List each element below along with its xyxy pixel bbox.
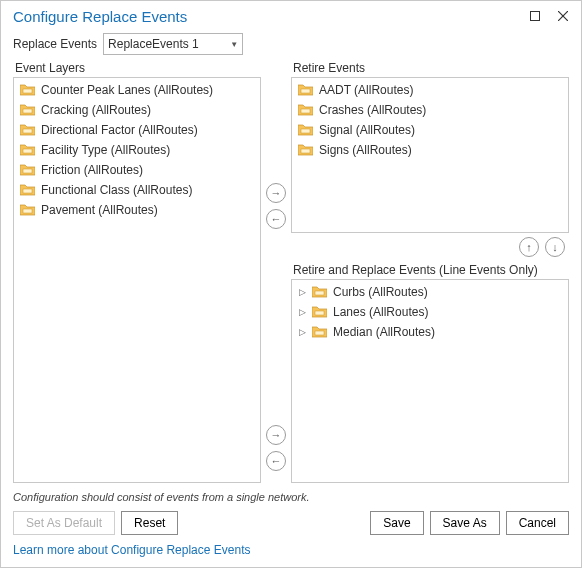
dialog-window: Configure Replace Events Replace Events …: [0, 0, 582, 568]
list-item[interactable]: Facility Type (AllRoutes): [14, 140, 260, 160]
event-layers-list[interactable]: Counter Peak Lanes (AllRoutes)Cracking (…: [13, 77, 261, 483]
move-right-retire-button[interactable]: →: [266, 183, 286, 203]
replace-events-selector-row: Replace Events ReplaceEvents 1 ▼: [1, 31, 581, 61]
list-item[interactable]: AADT (AllRoutes): [292, 80, 568, 100]
replace-events-dropdown[interactable]: ReplaceEvents 1 ▼: [103, 33, 243, 55]
arrow-down-icon: ↓: [552, 241, 558, 253]
svg-rect-10: [301, 89, 310, 93]
save-button[interactable]: Save: [370, 511, 423, 535]
svg-rect-9: [23, 209, 32, 213]
svg-rect-12: [301, 129, 310, 133]
cancel-button[interactable]: Cancel: [506, 511, 569, 535]
reset-button[interactable]: Reset: [121, 511, 178, 535]
list-item-label: Facility Type (AllRoutes): [41, 143, 170, 157]
list-item[interactable]: Counter Peak Lanes (AllRoutes): [14, 80, 260, 100]
list-item-label: Functional Class (AllRoutes): [41, 183, 192, 197]
layer-icon: [20, 124, 35, 136]
layer-icon: [312, 306, 327, 318]
layer-icon: [298, 104, 313, 116]
list-item[interactable]: ▷Median (AllRoutes): [292, 322, 568, 342]
layer-icon: [20, 104, 35, 116]
list-item-label: Crashes (AllRoutes): [319, 103, 426, 117]
list-item[interactable]: ▷Lanes (AllRoutes): [292, 302, 568, 322]
layer-icon: [20, 184, 35, 196]
list-item-label: Counter Peak Lanes (AllRoutes): [41, 83, 213, 97]
list-item[interactable]: Directional Factor (AllRoutes): [14, 120, 260, 140]
right-column: Retire Events AADT (AllRoutes)Crashes (A…: [291, 61, 569, 483]
expand-icon[interactable]: ▷: [298, 307, 306, 317]
layer-icon: [20, 144, 35, 156]
list-item[interactable]: Signal (AllRoutes): [292, 120, 568, 140]
layer-icon: [298, 84, 313, 96]
list-item-label: Cracking (AllRoutes): [41, 103, 151, 117]
arrow-left-icon: ←: [271, 455, 282, 467]
svg-rect-7: [23, 169, 32, 173]
maximize-icon: [530, 11, 540, 21]
list-item[interactable]: Cracking (AllRoutes): [14, 100, 260, 120]
layer-icon: [312, 286, 327, 298]
list-item[interactable]: ▷Curbs (AllRoutes): [292, 282, 568, 302]
list-item[interactable]: Functional Class (AllRoutes): [14, 180, 260, 200]
arrow-right-icon: →: [271, 429, 282, 441]
save-as-button[interactable]: Save As: [430, 511, 500, 535]
replace-events-label: Replace Events: [13, 37, 97, 51]
svg-rect-14: [315, 291, 324, 295]
move-up-button[interactable]: ↑: [519, 237, 539, 257]
move-down-button[interactable]: ↓: [545, 237, 565, 257]
list-item[interactable]: Pavement (AllRoutes): [14, 200, 260, 220]
chevron-down-icon: ▼: [230, 40, 238, 49]
set-default-button: Set As Default: [13, 511, 115, 535]
list-item[interactable]: Signs (AllRoutes): [292, 140, 568, 160]
expand-icon[interactable]: ▷: [298, 287, 306, 297]
arrow-up-icon: ↑: [526, 241, 532, 253]
svg-rect-6: [23, 149, 32, 153]
transfer-buttons-column: → ← → ←: [263, 61, 289, 483]
close-icon: [558, 11, 568, 21]
svg-rect-5: [23, 129, 32, 133]
move-right-replace-button[interactable]: →: [266, 425, 286, 445]
svg-rect-4: [23, 109, 32, 113]
list-item[interactable]: Friction (AllRoutes): [14, 160, 260, 180]
retire-events-list[interactable]: AADT (AllRoutes)Crashes (AllRoutes)Signa…: [291, 77, 569, 233]
list-item-label: Friction (AllRoutes): [41, 163, 143, 177]
dialog-buttons: Set As Default Reset Save Save As Cancel: [1, 511, 581, 543]
event-layers-column: Event Layers Counter Peak Lanes (AllRout…: [13, 61, 261, 483]
window-title: Configure Replace Events: [13, 8, 521, 25]
move-left-replace-button[interactable]: ←: [266, 451, 286, 471]
reorder-buttons-row: ↑ ↓: [291, 233, 569, 263]
arrow-right-icon: →: [271, 187, 282, 199]
svg-rect-3: [23, 89, 32, 93]
title-bar: Configure Replace Events: [1, 1, 581, 31]
list-item-label: Directional Factor (AllRoutes): [41, 123, 198, 137]
arrow-left-icon: ←: [271, 213, 282, 225]
close-button[interactable]: [549, 5, 577, 27]
list-item-label: AADT (AllRoutes): [319, 83, 413, 97]
list-item-label: Signs (AllRoutes): [319, 143, 412, 157]
list-item-label: Lanes (AllRoutes): [333, 305, 428, 319]
list-item-label: Signal (AllRoutes): [319, 123, 415, 137]
svg-rect-13: [301, 149, 310, 153]
layer-icon: [298, 124, 313, 136]
move-left-retire-button[interactable]: ←: [266, 209, 286, 229]
layer-icon: [20, 84, 35, 96]
layer-icon: [20, 204, 35, 216]
svg-rect-8: [23, 189, 32, 193]
list-item[interactable]: Crashes (AllRoutes): [292, 100, 568, 120]
svg-rect-11: [301, 109, 310, 113]
event-layers-heading: Event Layers: [13, 61, 261, 75]
expand-icon[interactable]: ▷: [298, 327, 306, 337]
retire-events-heading: Retire Events: [291, 61, 569, 75]
layer-icon: [20, 164, 35, 176]
list-item-label: Curbs (AllRoutes): [333, 285, 428, 299]
list-item-label: Median (AllRoutes): [333, 325, 435, 339]
list-item-label: Pavement (AllRoutes): [41, 203, 158, 217]
footer-note: Configuration should consist of events f…: [1, 485, 581, 511]
maximize-button[interactable]: [521, 5, 549, 27]
dropdown-value: ReplaceEvents 1: [108, 37, 199, 51]
svg-rect-16: [315, 331, 324, 335]
layer-icon: [312, 326, 327, 338]
svg-rect-15: [315, 311, 324, 315]
retire-replace-heading: Retire and Replace Events (Line Events O…: [291, 263, 569, 277]
learn-more-link[interactable]: Learn more about Configure Replace Event…: [1, 543, 581, 567]
retire-replace-list[interactable]: ▷Curbs (AllRoutes)▷Lanes (AllRoutes)▷Med…: [291, 279, 569, 483]
